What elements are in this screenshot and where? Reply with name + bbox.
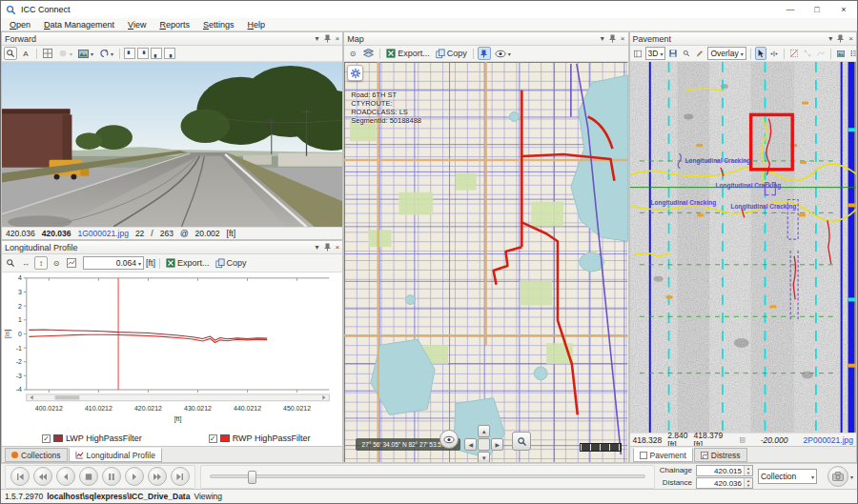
panel-menu-icon[interactable]: ▾ bbox=[828, 35, 832, 43]
draw-distress-button[interactable] bbox=[694, 47, 705, 60]
skip-start-button[interactable] bbox=[10, 467, 30, 486]
pavement-zoom-button[interactable] bbox=[681, 47, 692, 60]
step-back-button[interactable] bbox=[56, 467, 75, 486]
map-canvas[interactable]: Road: 6TH ST CTYROUTE: ROADCLASS: LS Seg… bbox=[344, 62, 627, 462]
map-track-button[interactable]: ⊙ bbox=[346, 47, 359, 60]
node-edit-button[interactable] bbox=[802, 47, 813, 60]
undo-button[interactable]: ▾ bbox=[97, 47, 115, 60]
map-visibility-button[interactable]: ▾ bbox=[493, 47, 513, 60]
maximize-button[interactable]: □ bbox=[804, 1, 830, 18]
position-slider[interactable] bbox=[210, 474, 645, 478]
panel-close-icon[interactable]: × bbox=[336, 244, 340, 252]
curve-edit-button[interactable] bbox=[815, 47, 827, 60]
panel-menu-icon[interactable]: ▾ bbox=[316, 244, 319, 252]
annotate-text-button[interactable]: A bbox=[19, 47, 32, 60]
panel-close-icon[interactable]: × bbox=[336, 35, 340, 43]
map-zoom-button[interactable] bbox=[512, 432, 531, 451]
forward-image-link[interactable]: 1G000021.jpg bbox=[77, 229, 128, 238]
pause-button[interactable] bbox=[102, 467, 121, 486]
snapshot-button[interactable]: ▾ bbox=[76, 47, 95, 60]
map-copy-button[interactable]: Copy bbox=[434, 47, 469, 60]
panel-menu-icon[interactable]: ▾ bbox=[316, 35, 319, 43]
pavement-view-mode-select[interactable]: 3D ▾ bbox=[645, 47, 666, 60]
minimize-button[interactable]: — bbox=[777, 1, 804, 18]
play-button[interactable] bbox=[125, 467, 144, 486]
pin-icon[interactable] bbox=[837, 34, 844, 43]
tab-longitudinal-profile[interactable]: Longitudinal Profile bbox=[69, 448, 162, 462]
map-feature-tooltip: Road: 6TH ST CTYROUTE: ROADCLASS: LS Seg… bbox=[351, 91, 421, 125]
zoom-tool-button[interactable] bbox=[4, 47, 17, 60]
stop-button[interactable] bbox=[79, 467, 98, 486]
legend-checkbox[interactable]: ✓ bbox=[209, 434, 217, 443]
pavement-image-link[interactable]: 2P000021.jpg bbox=[804, 435, 853, 445]
menu-data-management[interactable]: Data Management bbox=[37, 20, 121, 30]
scale-spinner[interactable]: 0.064 ▾ bbox=[83, 256, 144, 270]
menu-settings[interactable]: Settings bbox=[196, 20, 241, 30]
center-cursor-button[interactable]: ⊙ bbox=[50, 256, 63, 270]
pin-icon[interactable] bbox=[324, 34, 331, 43]
chainage-spinner[interactable]: 420.015 ▲ ▼ bbox=[696, 465, 753, 476]
tab-collections[interactable]: Collections bbox=[5, 448, 68, 462]
spin-down-icon[interactable]: ▼ bbox=[745, 483, 752, 488]
chart-options-button[interactable] bbox=[65, 256, 78, 270]
grid-view-button[interactable] bbox=[41, 47, 54, 60]
map-pan-left-button[interactable]: ◀ bbox=[464, 438, 477, 451]
position-slider-thumb[interactable] bbox=[248, 471, 256, 484]
fit-horizontal-button[interactable]: ↔ bbox=[19, 256, 32, 270]
menu-reports[interactable]: Reports bbox=[153, 20, 196, 30]
save-button[interactable] bbox=[667, 47, 679, 60]
map-pan-right-button[interactable]: ▶ bbox=[491, 438, 503, 451]
view-top-right-button[interactable]: ▝ bbox=[137, 48, 149, 59]
profile-export-button[interactable]: Export... bbox=[164, 256, 212, 270]
tab-distress[interactable]: Distress bbox=[694, 448, 747, 462]
select-region-button[interactable] bbox=[788, 47, 800, 60]
spin-down-icon[interactable]: ▼ bbox=[745, 471, 752, 475]
pin-icon[interactable] bbox=[324, 243, 331, 252]
map-pan-down-button[interactable]: ▼ bbox=[478, 452, 490, 462]
magnifier-icon bbox=[6, 49, 15, 58]
collection-value: Collection bbox=[761, 472, 796, 481]
panel-menu-icon[interactable]: ▾ bbox=[601, 35, 604, 43]
profile-zoom-button[interactable] bbox=[4, 256, 17, 270]
record-button[interactable]: ▾ bbox=[56, 47, 74, 60]
pavement-image-button[interactable] bbox=[835, 47, 847, 60]
profile-chart-area[interactable]: 43210-1-2-3-4400.0212410.0212420.0212430… bbox=[2, 272, 342, 431]
rewind-button[interactable] bbox=[33, 467, 52, 486]
forward-camera-image[interactable] bbox=[2, 62, 342, 227]
crack-annotation: Longitudinal Cracking bbox=[731, 203, 797, 210]
dropdown-icon[interactable]: ▾ bbox=[850, 474, 853, 480]
panel-close-icon[interactable]: × bbox=[848, 35, 853, 43]
pane-layout-button[interactable] bbox=[632, 47, 644, 60]
legend-checkbox[interactable]: ✓ bbox=[42, 434, 51, 443]
measure-width-button[interactable] bbox=[768, 47, 780, 60]
chart-scrollbar-thumb[interactable] bbox=[55, 395, 80, 399]
tab-pavement[interactable]: Pavement bbox=[633, 448, 693, 462]
menu-view[interactable]: View bbox=[121, 20, 153, 30]
grid-marker-icon[interactable] bbox=[740, 435, 745, 445]
pin-icon[interactable] bbox=[609, 34, 616, 43]
menu-help[interactable]: Help bbox=[241, 20, 273, 30]
skip-end-button[interactable] bbox=[171, 467, 190, 486]
menu-open[interactable]: Open bbox=[3, 20, 37, 30]
capture-mode-button[interactable] bbox=[827, 466, 848, 487]
pavement-image-canvas[interactable]: Longitudinal CrackingLongitudinal Cracki… bbox=[630, 62, 856, 433]
overlay-select[interactable]: Overlay ▾ bbox=[707, 47, 746, 60]
map-pan-center-button[interactable] bbox=[478, 438, 490, 451]
fit-vertical-button[interactable]: ↕ bbox=[34, 256, 48, 270]
panel-close-icon[interactable]: × bbox=[621, 35, 625, 43]
fast-forward-button[interactable] bbox=[148, 467, 167, 486]
view-top-left-button[interactable]: ▘ bbox=[124, 48, 135, 59]
view-bottom-left-button[interactable]: ▖ bbox=[151, 48, 162, 59]
map-export-button[interactable]: Export... bbox=[384, 47, 432, 60]
map-settings-button[interactable] bbox=[347, 65, 363, 81]
map-layers-button[interactable] bbox=[361, 47, 376, 60]
profile-copy-button[interactable]: Copy bbox=[214, 256, 249, 270]
select-tool-button[interactable] bbox=[755, 47, 766, 60]
distress-list-button[interactable] bbox=[848, 47, 856, 60]
collection-select[interactable]: Collection ▾ bbox=[758, 469, 817, 484]
view-bottom-right-button[interactable]: ▗ bbox=[164, 48, 175, 59]
close-button[interactable]: × bbox=[830, 1, 857, 18]
map-pin-toggle[interactable] bbox=[478, 47, 491, 60]
distance-spinner[interactable]: 420.036 ▲ ▼ bbox=[696, 477, 753, 489]
map-pan-up-button[interactable]: ▲ bbox=[478, 425, 490, 437]
